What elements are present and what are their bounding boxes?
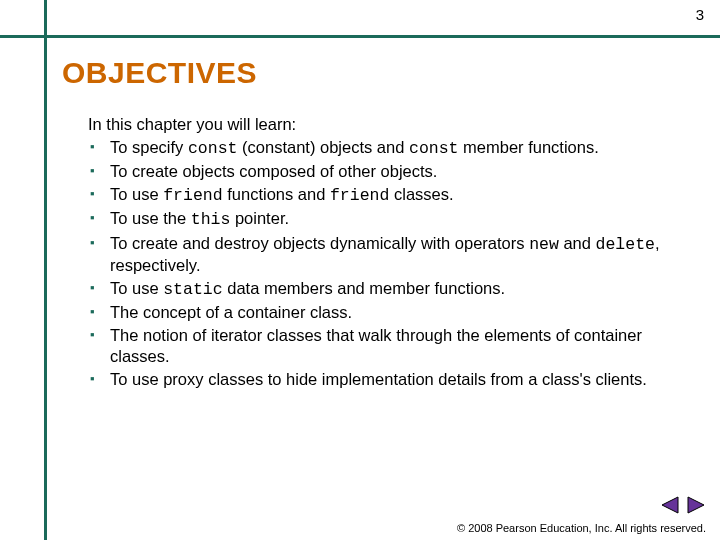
list-item: To use static data members and member fu… (110, 278, 668, 300)
plain-text: The concept of a container class. (110, 303, 352, 321)
code-text: static (163, 280, 222, 299)
next-button[interactable] (686, 495, 706, 512)
svg-marker-0 (662, 497, 678, 513)
plain-text: To create and destroy objects dynamicall… (110, 234, 529, 252)
vertical-rule (44, 0, 47, 540)
nav-buttons (658, 495, 706, 514)
list-item: To create objects composed of other obje… (110, 161, 668, 182)
copyright-symbol: © (457, 522, 465, 534)
code-text: this (191, 210, 231, 229)
code-text: friend (330, 186, 389, 205)
list-item: The notion of iterator classes that walk… (110, 325, 668, 367)
plain-text: To use (110, 185, 163, 203)
plain-text: To create objects composed of other obje… (110, 162, 437, 180)
plain-text: member functions. (459, 138, 599, 156)
plain-text: To use the (110, 209, 191, 227)
plain-text: functions and (223, 185, 330, 203)
plain-text: classes. (389, 185, 453, 203)
plain-text: pointer. (230, 209, 289, 227)
code-text: const (188, 139, 238, 158)
list-item: To create and destroy objects dynamicall… (110, 233, 668, 276)
triangle-right-icon (686, 496, 706, 514)
list-item: To use proxy classes to hide implementat… (110, 369, 668, 390)
slide-title: OBJECTIVES (62, 56, 257, 90)
page-number: 3 (696, 6, 704, 23)
code-text: delete (596, 235, 655, 254)
intro-line: In this chapter you will learn: (88, 114, 668, 135)
list-item: The concept of a container class. (110, 302, 668, 323)
plain-text: (constant) objects and (237, 138, 409, 156)
plain-text: data members and member functions. (223, 279, 505, 297)
plain-text: To use (110, 279, 163, 297)
objectives-list: To specify const (constant) objects and … (88, 137, 668, 390)
triangle-left-icon (660, 496, 680, 514)
code-text: friend (163, 186, 222, 205)
body-text: In this chapter you will learn: To speci… (88, 114, 668, 392)
plain-text: To use proxy classes to hide implementat… (110, 370, 647, 388)
code-text: new (529, 235, 559, 254)
list-item: To use friend functions and friend class… (110, 184, 668, 206)
code-text: const (409, 139, 459, 158)
plain-text: The notion of iterator classes that walk… (110, 326, 642, 365)
horizontal-rule (0, 35, 720, 38)
list-item: To specify const (constant) objects and … (110, 137, 668, 159)
footer-copy: 2008 Pearson Education, Inc. All rights … (468, 522, 706, 534)
footer-text: © 2008 Pearson Education, Inc. All right… (457, 522, 706, 534)
svg-marker-1 (688, 497, 704, 513)
prev-button[interactable] (660, 495, 684, 512)
slide: 3 OBJECTIVES In this chapter you will le… (0, 0, 720, 540)
plain-text: and (559, 234, 596, 252)
plain-text: To specify (110, 138, 188, 156)
list-item: To use the this pointer. (110, 208, 668, 230)
